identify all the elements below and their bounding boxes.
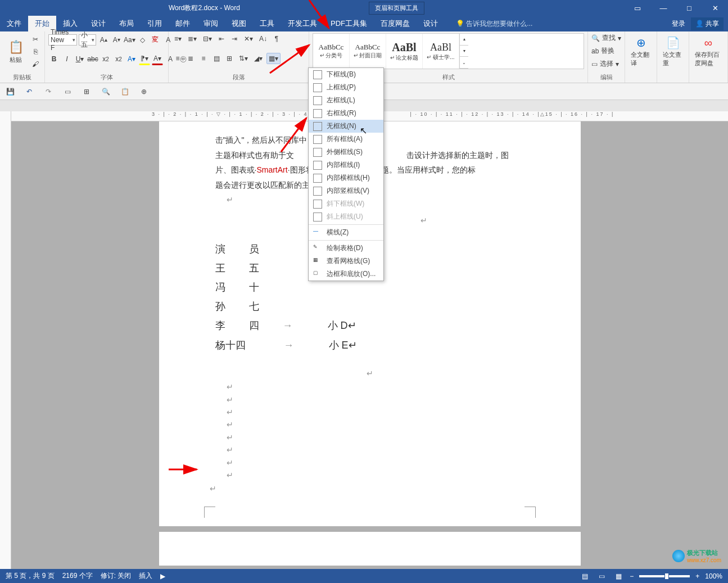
draw-table-item[interactable]: ✎绘制表格(D) bbox=[309, 242, 383, 255]
baidu-save-button[interactable]: ∞保存到百度网盘 bbox=[693, 33, 724, 70]
view-web-button[interactable]: ▦ bbox=[613, 571, 624, 582]
horizontal-line-item[interactable]: —横线(Z) bbox=[309, 226, 383, 239]
decrease-indent-button[interactable]: ⇤ bbox=[216, 33, 227, 44]
style-item-0[interactable]: AaBbCc↵ 分类号 bbox=[313, 34, 350, 69]
font-size-combo[interactable]: 小五 bbox=[79, 34, 96, 46]
subscript-button[interactable]: x2 bbox=[100, 53, 111, 65]
asian-layout-button[interactable]: ✕▾ bbox=[242, 33, 255, 44]
minimize-button[interactable]: ― bbox=[650, 0, 676, 16]
phonetic-button[interactable]: 変 bbox=[150, 33, 161, 46]
multilevel-button[interactable]: ⊟▾ bbox=[201, 33, 214, 44]
italic-button[interactable]: I bbox=[61, 53, 73, 65]
copy-button[interactable]: ⎘ bbox=[30, 46, 41, 57]
zoom-in-button[interactable]: + bbox=[695, 572, 699, 580]
style-item-3[interactable]: AaBl↵ 硕士学... bbox=[423, 34, 459, 69]
styles-more-button[interactable]: ⌄ bbox=[460, 57, 468, 69]
border-inside-v-item[interactable]: 内部竖框线(V) bbox=[309, 184, 383, 197]
view-print-button[interactable]: ▤ bbox=[579, 571, 590, 582]
change-case-button[interactable]: Aa▾ bbox=[124, 34, 135, 46]
border-inside-item[interactable]: 内部框线(I) bbox=[309, 159, 383, 171]
style-item-1[interactable]: AaBbCc↵ 封面日期 bbox=[350, 34, 386, 69]
border-none-item[interactable]: 无框线(N) bbox=[309, 120, 383, 133]
qat-btn-5[interactable]: ⊕ bbox=[137, 85, 151, 98]
next-page[interactable] bbox=[159, 532, 581, 566]
border-inside-h-item[interactable]: 内部横框线(H) bbox=[309, 171, 383, 184]
tab-baidu[interactable]: 百度网盘 bbox=[374, 16, 417, 31]
tab-context-design[interactable]: 设计 bbox=[417, 16, 445, 31]
align-right-button[interactable]: ≡ bbox=[198, 53, 209, 64]
tab-reference[interactable]: 引用 bbox=[141, 16, 169, 31]
border-top-item[interactable]: 上框线(P) bbox=[309, 81, 383, 94]
ribbon-options-icon[interactable]: ▭ bbox=[625, 0, 650, 16]
strike-button[interactable]: abc bbox=[87, 53, 98, 65]
grow-font-button[interactable]: A▴ bbox=[98, 34, 109, 46]
numbering-button[interactable]: ≣▾ bbox=[186, 33, 199, 44]
style-item-2[interactable]: AaBl↵ 论文标题 bbox=[386, 34, 423, 69]
format-painter-button[interactable]: 🖌 bbox=[30, 58, 41, 70]
zoom-level[interactable]: 100% bbox=[705, 572, 722, 580]
find-button[interactable]: 查找 bbox=[602, 33, 616, 43]
border-outside-item[interactable]: 外侧框线(S) bbox=[309, 146, 383, 159]
align-center-button[interactable]: ≣ bbox=[185, 53, 196, 64]
shrink-font-button[interactable]: A▾ bbox=[111, 34, 122, 46]
vertical-ruler[interactable] bbox=[0, 111, 11, 569]
qat-btn-2[interactable]: ⊞ bbox=[80, 85, 93, 98]
qat-btn-4[interactable]: 📋 bbox=[118, 85, 132, 98]
qat-btn-3[interactable]: 🔍 bbox=[99, 85, 112, 98]
justify-button[interactable]: ▤ bbox=[211, 53, 222, 64]
styles-up-button[interactable]: ▴ bbox=[460, 34, 468, 46]
align-left-button[interactable]: ≡ bbox=[172, 53, 183, 64]
line-spacing-button[interactable]: ⇅▾ bbox=[237, 53, 250, 64]
border-bottom-item[interactable]: 下框线(B) bbox=[309, 68, 383, 81]
tab-tools[interactable]: 工具 bbox=[253, 16, 281, 31]
distributed-button[interactable]: ⊞ bbox=[224, 53, 235, 64]
macro-icon[interactable]: ▶ bbox=[160, 572, 165, 580]
highlight-button[interactable]: ⁋▾ bbox=[139, 53, 150, 65]
border-right-item[interactable]: 右框线(R) bbox=[309, 107, 383, 120]
page-status[interactable]: 第 5 页，共 9 页 bbox=[6, 571, 55, 581]
track-status[interactable]: 修订: 关闭 bbox=[101, 571, 132, 581]
font-color-button[interactable]: A▾ bbox=[152, 53, 163, 65]
zoom-slider[interactable] bbox=[639, 575, 690, 577]
tab-view[interactable]: 视图 bbox=[225, 16, 253, 31]
font-name-combo[interactable]: Times New F bbox=[48, 34, 77, 46]
tell-me-input[interactable]: 💡 告诉我您想要做什么... bbox=[445, 19, 532, 29]
full-translate-button[interactable]: ⊕全文翻译 bbox=[628, 33, 653, 70]
underline-button[interactable]: U▾ bbox=[74, 53, 85, 65]
styles-down-button[interactable]: ▾ bbox=[460, 46, 468, 57]
superscript-button[interactable]: x2 bbox=[113, 53, 124, 65]
tab-layout[interactable]: 布局 bbox=[112, 16, 141, 31]
zoom-thumb[interactable] bbox=[664, 573, 669, 580]
redo-button[interactable]: ↷ bbox=[42, 85, 55, 98]
qat-btn-1[interactable]: ▭ bbox=[61, 85, 74, 98]
text-effect-button[interactable]: A▾ bbox=[126, 53, 137, 65]
increase-indent-button[interactable]: ⇥ bbox=[229, 33, 240, 44]
tab-review[interactable]: 审阅 bbox=[197, 16, 225, 31]
tab-file[interactable]: 文件 bbox=[0, 16, 28, 31]
tab-design[interactable]: 设计 bbox=[84, 16, 112, 31]
styles-gallery[interactable]: AaBbCc↵ 分类号 AaBbCc↵ 封面日期 AaBl↵ 论文标题 AaBl… bbox=[313, 33, 584, 69]
paper-check-button[interactable]: 📄论文查重 bbox=[661, 33, 685, 70]
view-gridlines-item[interactable]: ▦查看网格线(G) bbox=[309, 255, 383, 268]
tab-mail[interactable]: 邮件 bbox=[169, 16, 197, 31]
select-button[interactable]: 选择 bbox=[600, 59, 613, 69]
bullets-button[interactable]: ≡▾ bbox=[172, 33, 184, 44]
undo-button[interactable]: ↶ bbox=[22, 85, 36, 98]
border-all-item[interactable]: 所有框线(A) bbox=[309, 133, 383, 146]
maximize-button[interactable]: □ bbox=[676, 0, 702, 16]
paste-button[interactable]: 📋 粘贴 bbox=[3, 33, 28, 70]
word-count[interactable]: 2169 个字 bbox=[62, 571, 93, 581]
share-button[interactable]: 👤 共享 bbox=[691, 17, 724, 30]
cut-button[interactable]: ✂ bbox=[30, 34, 41, 45]
view-read-button[interactable]: ▭ bbox=[596, 571, 607, 582]
borders-shading-item[interactable]: ▢边框和底纹(O)... bbox=[309, 268, 383, 281]
border-left-item[interactable]: 左框线(L) bbox=[309, 94, 383, 107]
zoom-out-button[interactable]: − bbox=[630, 572, 634, 580]
close-button[interactable]: ✕ bbox=[702, 0, 728, 16]
insert-mode[interactable]: 插入 bbox=[139, 571, 152, 581]
save-button[interactable]: 💾 bbox=[3, 85, 17, 98]
replace-button[interactable]: 替换 bbox=[601, 46, 614, 56]
bold-button[interactable]: B bbox=[48, 53, 60, 65]
login-link[interactable]: 登录 bbox=[672, 19, 685, 29]
clear-format-button[interactable]: ◇ bbox=[137, 34, 148, 46]
